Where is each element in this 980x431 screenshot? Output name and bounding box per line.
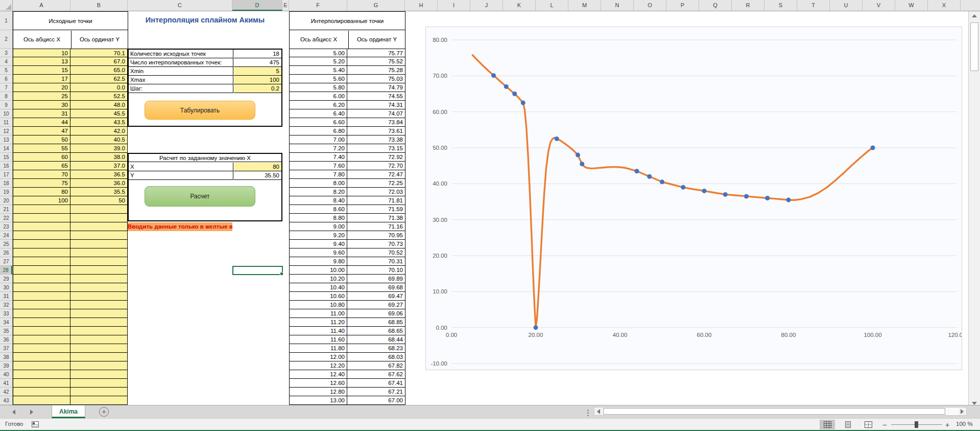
- source-cell-x[interactable]: 80: [13, 188, 70, 196]
- interp-cell-y[interactable]: 75.03: [347, 75, 405, 83]
- interp-cell-y[interactable]: 73.15: [347, 144, 405, 153]
- interp-cell-x[interactable]: 12.20: [289, 361, 347, 370]
- row-header-42[interactable]: 42: [0, 388, 12, 396]
- source-cell-y[interactable]: 45.5: [70, 109, 128, 118]
- column-header-R[interactable]: R: [732, 0, 764, 11]
- select-all-corner[interactable]: [0, 0, 13, 11]
- column-header-N[interactable]: N: [601, 0, 634, 11]
- interp-cell-x[interactable]: 5.00: [289, 49, 347, 57]
- source-cell-y[interactable]: [70, 344, 128, 353]
- source-cell-y[interactable]: [70, 266, 128, 275]
- interp-cell-x[interactable]: 6.40: [289, 109, 347, 118]
- param-value[interactable]: 5: [234, 67, 281, 76]
- source-cell-y[interactable]: 67.0: [70, 57, 128, 66]
- column-header-X[interactable]: X: [928, 0, 961, 11]
- row-header-17[interactable]: 17: [0, 170, 12, 179]
- interp-cell-y[interactable]: 72.25: [347, 179, 405, 188]
- source-cell-y[interactable]: 40.5: [70, 135, 128, 144]
- source-cell-y[interactable]: 36.5: [70, 170, 128, 179]
- source-cell-x[interactable]: [13, 379, 70, 388]
- row-header-7[interactable]: 7: [0, 83, 12, 92]
- interp-cell-x[interactable]: 11.00: [289, 309, 347, 318]
- interp-cell-x[interactable]: 7.00: [289, 135, 347, 144]
- source-cell-x[interactable]: [13, 292, 70, 301]
- interp-cell-x[interactable]: 8.00: [289, 179, 347, 188]
- column-header-L[interactable]: L: [536, 0, 568, 11]
- view-page-break-button[interactable]: [861, 420, 876, 429]
- column-header-B[interactable]: B: [70, 0, 128, 11]
- interp-cell-x[interactable]: 6.60: [289, 118, 347, 127]
- source-cell-x[interactable]: 75: [13, 179, 70, 188]
- interp-cell-x[interactable]: 11.20: [289, 318, 347, 327]
- interp-cell-y[interactable]: 68.44: [347, 335, 405, 344]
- interp-cell-y[interactable]: 67.82: [347, 361, 405, 370]
- interp-cell-x[interactable]: 8.80: [289, 214, 347, 222]
- row-header-38[interactable]: 38: [0, 353, 12, 361]
- interp-cell-x[interactable]: 11.40: [289, 327, 347, 335]
- selected-cell-D28[interactable]: [232, 266, 283, 275]
- source-cell-y[interactable]: [70, 301, 128, 309]
- interp-cell-x[interactable]: 7.40: [289, 153, 347, 162]
- view-page-layout-button[interactable]: [840, 420, 855, 429]
- interp-cell-x[interactable]: 5.40: [289, 66, 347, 75]
- source-cell-y[interactable]: [70, 318, 128, 327]
- interp-cell-x[interactable]: 13.00: [289, 396, 347, 405]
- column-header-J[interactable]: J: [470, 0, 503, 11]
- tabulate-button[interactable]: Табулировать: [145, 101, 255, 120]
- interp-cell-x[interactable]: 12.60: [289, 379, 347, 388]
- column-header-F[interactable]: F: [289, 0, 347, 11]
- interp-cell-x[interactable]: 9.60: [289, 248, 347, 257]
- interp-cell-y[interactable]: 73.38: [347, 135, 405, 144]
- add-sheet-button[interactable]: +: [99, 407, 109, 417]
- fill-handle[interactable]: [280, 272, 283, 276]
- interp-cell-y[interactable]: 74.79: [347, 83, 405, 92]
- interp-cell-y[interactable]: 71.59: [347, 205, 405, 214]
- interp-cell-y[interactable]: 69.06: [347, 309, 405, 318]
- source-cell-y[interactable]: [70, 388, 128, 396]
- source-cell-y[interactable]: [70, 309, 128, 318]
- sheet-tab-akima[interactable]: Akima: [52, 405, 85, 418]
- interp-cell-y[interactable]: 72.47: [347, 170, 405, 179]
- interp-cell-y[interactable]: 73.61: [347, 127, 405, 135]
- source-cell-x[interactable]: 25: [13, 92, 70, 101]
- source-cell-x[interactable]: 60: [13, 153, 70, 162]
- interp-cell-x[interactable]: 9.20: [289, 231, 347, 240]
- source-cell-y[interactable]: 37.0: [70, 162, 128, 170]
- source-cell-y[interactable]: [70, 222, 128, 231]
- column-header-E[interactable]: E: [282, 0, 289, 11]
- interp-cell-x[interactable]: 8.60: [289, 205, 347, 214]
- row-header-21[interactable]: 21: [0, 205, 12, 214]
- interp-cell-x[interactable]: 5.80: [289, 83, 347, 92]
- interp-cell-y[interactable]: 70.95: [347, 231, 405, 240]
- source-cell-x[interactable]: 17: [13, 75, 70, 83]
- interp-cell-x[interactable]: 6.00: [289, 92, 347, 101]
- row-header-18[interactable]: 18: [0, 179, 12, 188]
- interp-cell-y[interactable]: 70.10: [347, 266, 405, 275]
- interp-cell-x[interactable]: 6.20: [289, 101, 347, 109]
- calc-value[interactable]: 80: [234, 163, 281, 171]
- interp-cell-y[interactable]: 75.52: [347, 57, 405, 66]
- source-cell-y[interactable]: [70, 396, 128, 405]
- column-header-S[interactable]: S: [764, 0, 797, 11]
- horizontal-scroll-thumb[interactable]: [603, 408, 945, 415]
- interp-cell-y[interactable]: 70.31: [347, 257, 405, 266]
- source-cell-y[interactable]: [70, 231, 128, 240]
- interp-cell-x[interactable]: 12.40: [289, 370, 347, 379]
- source-cell-y[interactable]: [70, 283, 128, 292]
- interp-cell-x[interactable]: 10.20: [289, 275, 347, 283]
- column-header-U[interactable]: U: [830, 0, 863, 11]
- interp-cell-y[interactable]: 72.92: [347, 153, 405, 162]
- zoom-out-button[interactable]: −: [882, 421, 887, 429]
- source-cell-y[interactable]: 42.0: [70, 127, 128, 135]
- column-header-D[interactable]: D: [232, 0, 282, 11]
- source-cell-y[interactable]: 65.0: [70, 66, 128, 75]
- scroll-left-button[interactable]: [595, 408, 602, 415]
- source-cell-x[interactable]: 30: [13, 101, 70, 109]
- interp-cell-x[interactable]: 8.40: [289, 196, 347, 205]
- row-header-25[interactable]: 25: [0, 240, 12, 248]
- interp-cell-x[interactable]: 7.20: [289, 144, 347, 153]
- calc-button[interactable]: Расчет: [145, 186, 255, 207]
- source-cell-x[interactable]: [13, 301, 70, 309]
- interp-cell-y[interactable]: 67.00: [347, 396, 405, 405]
- source-cell-x[interactable]: [13, 257, 70, 266]
